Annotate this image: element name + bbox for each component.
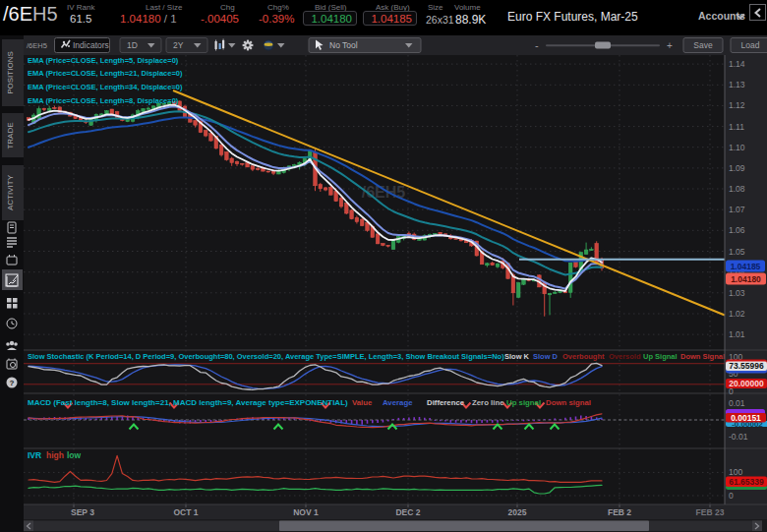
svg-text:Average: Average [383,398,413,407]
svg-text:0.00151: 0.00151 [731,413,761,423]
svg-text:1.04180: 1.04180 [731,274,761,284]
svg-text:1.03: 1.03 [729,288,745,298]
svg-text:MACD (Fast length=8, Slow leng: MACD (Fast length=8, Slow length=21, MAC… [28,398,348,407]
svg-text:73.55996: 73.55996 [729,361,764,371]
svg-text:Down signal: Down signal [546,398,591,407]
svg-text:Up signal: Up signal [506,398,541,407]
svg-text:100: 100 [729,467,742,477]
svg-text:high: high [46,450,64,460]
svg-text:SEP 3: SEP 3 [71,507,94,517]
svg-text:0.01: 0.01 [729,398,745,408]
svg-text:Up Signal: Up Signal [643,352,678,361]
svg-text:1.07: 1.07 [729,205,745,214]
svg-text:Slow D: Slow D [533,352,559,361]
svg-text:1.12: 1.12 [729,100,745,110]
svg-text:1.13: 1.13 [729,80,745,89]
svg-text:FEB 23: FEB 23 [696,507,725,517]
svg-text:1.09: 1.09 [729,163,745,173]
svg-text:Overbought: Overbought [562,352,605,361]
svg-text:Value: Value [352,398,373,407]
svg-text:Zero line: Zero line [472,398,504,407]
svg-text:1.01: 1.01 [729,329,745,339]
svg-text:EMA (Price=CLOSE, Length=34, D: EMA (Price=CLOSE, Length=34, Displace=0) [28,83,183,91]
svg-text:0: 0 [729,491,734,501]
svg-text:Slow K: Slow K [504,352,530,361]
svg-text:1.11: 1.11 [729,122,744,132]
svg-text:1.04185: 1.04185 [731,262,761,271]
svg-text:EMA (Price=CLOSE, Length=21, D: EMA (Price=CLOSE, Length=21, Displace=0) [28,69,183,78]
svg-text:Oversold: Oversold [609,352,641,361]
svg-text:2025: 2025 [508,507,527,517]
svg-text:Slow Stochastic (K Period=14,: Slow Stochastic (K Period=14, D Period=9… [28,352,504,361]
svg-text:IVR: IVR [28,450,41,460]
svg-text:EMA (Price=CLOSE, Length=5, Di: EMA (Price=CLOSE, Length=5, Displace=0) [28,56,179,65]
svg-text:OCT 1: OCT 1 [173,507,198,517]
svg-text:FEB 2: FEB 2 [608,507,631,517]
svg-text:low: low [67,450,82,460]
svg-text:1.08: 1.08 [729,184,745,194]
svg-text:Down Signal: Down Signal [680,352,725,361]
svg-text:NOV 1: NOV 1 [293,507,319,517]
svg-text:Difference: Difference [427,398,465,407]
svg-text:EMA (Price=CLOSE, Length=8, Di: EMA (Price=CLOSE, Length=8, Displace=0) [28,96,179,105]
svg-text:20.00000: 20.00000 [729,379,764,388]
svg-text:1.05: 1.05 [729,247,745,257]
svg-text:DEC 2: DEC 2 [395,507,420,517]
svg-text:1.14: 1.14 [729,59,745,69]
svg-text:1.10: 1.10 [729,143,745,152]
svg-text:61.65339: 61.65339 [729,477,764,487]
svg-text:-0.01: -0.01 [729,432,748,442]
svg-text:1.06: 1.06 [729,225,745,235]
svg-text:1.02: 1.02 [729,309,745,319]
